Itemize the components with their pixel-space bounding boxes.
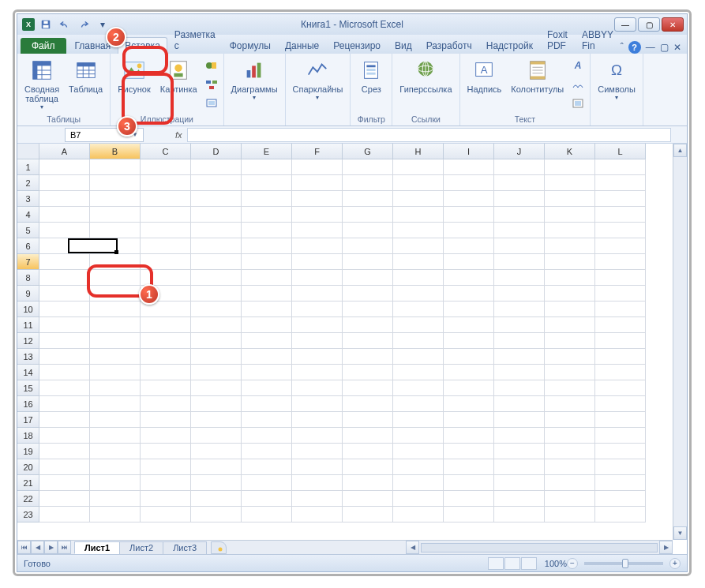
cell[interactable] (494, 475, 545, 491)
cell[interactable] (292, 254, 343, 270)
cell[interactable] (191, 286, 242, 301)
cell[interactable] (141, 254, 191, 270)
cell[interactable] (292, 396, 343, 412)
signature-icon[interactable] (569, 76, 587, 93)
cell[interactable] (242, 191, 292, 207)
cell[interactable] (494, 175, 545, 191)
cell[interactable] (595, 191, 646, 207)
cell[interactable] (191, 428, 242, 444)
cell[interactable] (393, 254, 444, 270)
cell[interactable] (90, 159, 141, 175)
cell[interactable] (595, 207, 646, 223)
cell[interactable] (242, 175, 292, 191)
zoom-slider[interactable] (584, 562, 663, 565)
cell[interactable] (90, 491, 141, 507)
zoom-level[interactable]: 100% (545, 559, 567, 568)
cell[interactable] (292, 317, 343, 333)
row-header[interactable]: 11 (17, 317, 39, 333)
cell[interactable] (393, 191, 444, 207)
tab-review[interactable]: Рецензиро (326, 37, 388, 54)
cell[interactable] (191, 507, 242, 522)
cell[interactable] (191, 175, 242, 191)
cell[interactable] (494, 301, 545, 317)
cell[interactable] (393, 349, 444, 365)
zoom-out-button[interactable]: − (567, 558, 578, 569)
cell[interactable] (545, 317, 595, 333)
cell[interactable] (494, 270, 545, 286)
cell[interactable] (242, 223, 292, 238)
scroll-down-icon[interactable]: ▼ (673, 526, 687, 540)
cell[interactable] (292, 491, 343, 507)
cell[interactable] (393, 365, 444, 380)
cell[interactable] (141, 349, 191, 365)
cell[interactable] (494, 254, 545, 270)
cell[interactable] (595, 159, 646, 175)
cell[interactable] (191, 270, 242, 286)
cell[interactable] (444, 428, 494, 444)
cell[interactable] (343, 223, 393, 238)
cell[interactable] (141, 175, 191, 191)
col-header[interactable]: B (90, 144, 141, 159)
cell[interactable] (191, 223, 242, 238)
cell[interactable] (39, 286, 90, 301)
cell[interactable] (292, 459, 343, 475)
cell[interactable] (90, 380, 141, 396)
cell[interactable] (545, 412, 595, 428)
cell[interactable] (393, 491, 444, 507)
tab-page-layout[interactable]: Разметка с (167, 26, 223, 54)
cell[interactable] (393, 207, 444, 223)
view-page-break-icon[interactable] (521, 557, 537, 570)
charts-button[interactable]: Диаграммы ▾ (227, 55, 282, 103)
cell[interactable] (242, 459, 292, 475)
cell[interactable] (595, 254, 646, 270)
col-header[interactable]: I (444, 144, 494, 159)
cell[interactable] (393, 223, 444, 238)
sheet-nav-first-icon[interactable]: ⏮ (17, 541, 31, 554)
cell[interactable] (343, 333, 393, 349)
cell[interactable] (444, 270, 494, 286)
cell[interactable] (545, 475, 595, 491)
cell[interactable] (292, 365, 343, 380)
cell[interactable] (444, 475, 494, 491)
cell[interactable] (343, 428, 393, 444)
cell[interactable] (595, 412, 646, 428)
scroll-left-icon[interactable]: ◀ (406, 541, 419, 554)
sheet-nav-prev-icon[interactable]: ◀ (31, 541, 44, 554)
sparklines-button[interactable]: Спарклайны ▾ (289, 55, 347, 103)
col-header[interactable]: H (393, 144, 444, 159)
cell[interactable] (444, 254, 494, 270)
shapes-icon[interactable] (203, 57, 220, 74)
row-header[interactable]: 8 (17, 270, 39, 286)
sheet-nav-last-icon[interactable]: ⏭ (58, 541, 71, 554)
cell[interactable] (292, 412, 343, 428)
save-icon[interactable] (38, 17, 54, 32)
cell[interactable] (141, 459, 191, 475)
cell[interactable] (141, 191, 191, 207)
cell[interactable] (545, 491, 595, 507)
cell[interactable] (545, 286, 595, 301)
cell[interactable] (393, 380, 444, 396)
cell[interactable] (545, 333, 595, 349)
sheet-tab[interactable]: Лист1 (74, 541, 120, 554)
cell[interactable] (191, 491, 242, 507)
cell[interactable] (141, 444, 191, 459)
horizontal-scrollbar[interactable]: ⏮ ◀ ▶ ⏭ Лист1Лист2Лист3 ◀ ▶ (17, 540, 673, 554)
cell[interactable] (343, 380, 393, 396)
cell[interactable] (90, 175, 141, 191)
cell[interactable] (545, 380, 595, 396)
cell[interactable] (444, 365, 494, 380)
cell[interactable] (393, 238, 444, 254)
redo-icon[interactable] (76, 17, 92, 32)
cell[interactable] (90, 223, 141, 238)
tab-data[interactable]: Данные (278, 37, 326, 54)
cell[interactable] (343, 191, 393, 207)
col-header[interactable]: D (191, 144, 242, 159)
cell[interactable] (444, 159, 494, 175)
cell[interactable] (39, 507, 90, 522)
cell[interactable] (242, 238, 292, 254)
cell[interactable] (393, 333, 444, 349)
cell[interactable] (444, 223, 494, 238)
cell[interactable] (595, 286, 646, 301)
cell[interactable] (242, 159, 292, 175)
undo-icon[interactable] (57, 17, 73, 32)
